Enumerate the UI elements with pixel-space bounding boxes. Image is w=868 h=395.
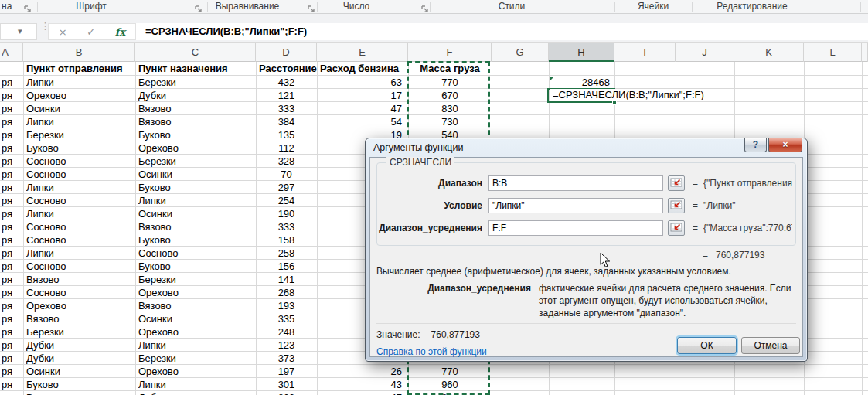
cell[interactable]: Орехово bbox=[23, 299, 135, 312]
cell[interactable]: 193 bbox=[256, 299, 317, 312]
cell[interactable]: 335 bbox=[256, 312, 317, 325]
cell[interactable]: 830 bbox=[408, 102, 492, 115]
cell[interactable]: ря bbox=[0, 155, 23, 168]
cell[interactable]: ря bbox=[0, 128, 23, 141]
cell[interactable]: Сосново bbox=[23, 168, 135, 181]
cell[interactable]: Березки bbox=[135, 352, 256, 365]
argument-input-1[interactable] bbox=[488, 175, 663, 191]
cell[interactable]: ря bbox=[0, 325, 23, 339]
cell[interactable]: Вязово bbox=[135, 220, 256, 233]
cell[interactable]: 770 bbox=[408, 365, 492, 378]
cell[interactable]: Буково bbox=[135, 181, 256, 194]
cell[interactable]: 263 bbox=[256, 391, 317, 395]
cell[interactable]: 123 bbox=[256, 339, 317, 352]
cell[interactable]: Липки bbox=[135, 194, 256, 207]
cell[interactable]: ря bbox=[0, 168, 23, 181]
cell[interactable]: ря bbox=[0, 194, 23, 207]
cell[interactable]: 141 bbox=[256, 273, 317, 286]
cell[interactable]: Орехово bbox=[23, 89, 135, 102]
cell[interactable]: Вязово bbox=[23, 273, 135, 286]
dialog-help-button[interactable]: ? bbox=[744, 138, 767, 152]
cell[interactable]: 156 bbox=[256, 260, 317, 273]
cell[interactable]: Осинки bbox=[135, 207, 256, 220]
cell[interactable]: ря bbox=[0, 352, 23, 365]
cell[interactable]: Березки bbox=[23, 128, 135, 141]
cell[interactable]: Вязово bbox=[23, 391, 135, 395]
cell[interactable]: Вязово bbox=[135, 115, 256, 128]
cell[interactable]: ря bbox=[0, 141, 23, 155]
cell[interactable]: ря bbox=[0, 286, 23, 299]
cell[interactable]: ря bbox=[0, 76, 23, 89]
cell[interactable]: 70 bbox=[256, 168, 317, 181]
cell[interactable]: 158 bbox=[256, 233, 317, 247]
cell[interactable]: Орехово bbox=[135, 141, 256, 155]
cell[interactable]: Буково bbox=[135, 128, 256, 141]
cell[interactable]: Вязово bbox=[135, 102, 256, 115]
cell[interactable]: ря bbox=[0, 273, 23, 286]
cell[interactable]: Осинки bbox=[135, 312, 256, 325]
chevron-down-icon[interactable]: ▾ bbox=[18, 26, 22, 36]
table-header-cell[interactable]: Расстояние bbox=[256, 62, 317, 76]
cell[interactable]: Вязово bbox=[23, 312, 135, 325]
cell[interactable]: ря bbox=[0, 260, 23, 273]
column-header-K[interactable]: K bbox=[734, 43, 804, 62]
cell[interactable]: Осинки bbox=[23, 102, 135, 115]
cell[interactable]: 258 bbox=[256, 247, 317, 260]
cell[interactable]: Липки bbox=[23, 247, 135, 260]
column-header-H[interactable]: H bbox=[549, 43, 614, 62]
cell[interactable]: 328 bbox=[256, 155, 317, 168]
column-header-G[interactable]: G bbox=[492, 43, 549, 62]
cell[interactable]: Березки bbox=[135, 76, 256, 89]
cell[interactable]: 197 bbox=[256, 365, 317, 378]
cell[interactable]: ря bbox=[0, 378, 23, 391]
cell[interactable]: Орехово bbox=[135, 365, 256, 378]
dialog-close-button[interactable]: × bbox=[768, 138, 802, 152]
cell[interactable]: 63 bbox=[317, 76, 408, 89]
range-picker-button[interactable] bbox=[668, 198, 685, 213]
cell[interactable]: 297 bbox=[256, 181, 317, 194]
cell[interactable]: Осинки bbox=[135, 168, 256, 181]
cell[interactable]: 960 bbox=[408, 378, 492, 391]
cell[interactable]: 333 bbox=[256, 102, 317, 115]
cell-h-result[interactable]: 28468 bbox=[549, 76, 614, 89]
cell[interactable]: Вязово bbox=[135, 299, 256, 312]
function-help-link[interactable]: Справка по этой функции bbox=[376, 346, 487, 357]
cell[interactable]: 301 bbox=[256, 378, 317, 391]
column-header-E[interactable]: E bbox=[317, 43, 408, 62]
active-cell-formula[interactable]: =СРЗНАЧЕСЛИ(B:B;"Липки";F:F) bbox=[550, 89, 706, 101]
name-box[interactable]: ▾ bbox=[0, 23, 37, 40]
cell[interactable]: ря bbox=[0, 115, 23, 128]
cell[interactable]: 47 bbox=[317, 102, 408, 115]
cell[interactable]: 17 bbox=[317, 89, 408, 102]
cell[interactable]: 43 bbox=[317, 378, 408, 391]
cell[interactable]: Сосново bbox=[23, 286, 135, 299]
cell[interactable]: ря bbox=[0, 312, 23, 325]
cell[interactable]: ря bbox=[0, 207, 23, 220]
cell[interactable]: Буково bbox=[135, 233, 256, 247]
cell[interactable]: Березки bbox=[135, 155, 256, 168]
table-header-cell[interactable]: Пункт отправления bbox=[23, 62, 135, 76]
cell[interactable]: Липки bbox=[23, 181, 135, 194]
cell[interactable]: 121 bbox=[256, 89, 317, 102]
cell[interactable]: Сосново bbox=[135, 247, 256, 260]
cell[interactable]: ря bbox=[0, 102, 23, 115]
fill-handle[interactable] bbox=[612, 100, 617, 105]
formula-input[interactable]: =СРЗНАЧЕСЛИ(B:B;"Липки";F:F) bbox=[136, 23, 868, 40]
enter-icon[interactable]: ✓ bbox=[87, 26, 95, 38]
cell[interactable]: 47 bbox=[317, 391, 408, 395]
cell[interactable]: Дубки bbox=[23, 352, 135, 365]
cell[interactable]: 190 bbox=[256, 207, 317, 220]
cell[interactable]: Липки bbox=[23, 76, 135, 89]
cell[interactable]: Дубки bbox=[135, 89, 256, 102]
cell[interactable]: 268 bbox=[256, 286, 317, 299]
ok-button[interactable]: ОК bbox=[677, 337, 737, 354]
dialog-launcher-icon[interactable] bbox=[194, 2, 203, 11]
cell[interactable]: 26 bbox=[317, 365, 408, 378]
cell[interactable]: Липки bbox=[23, 207, 135, 220]
cell[interactable]: 373 bbox=[256, 352, 317, 365]
cell[interactable]: Буково bbox=[135, 260, 256, 273]
insert-function-icon[interactable]: fx bbox=[115, 26, 125, 38]
cell[interactable]: ря bbox=[0, 247, 23, 260]
cell[interactable]: Буково bbox=[23, 141, 135, 155]
cell[interactable]: Дубки bbox=[135, 391, 256, 395]
